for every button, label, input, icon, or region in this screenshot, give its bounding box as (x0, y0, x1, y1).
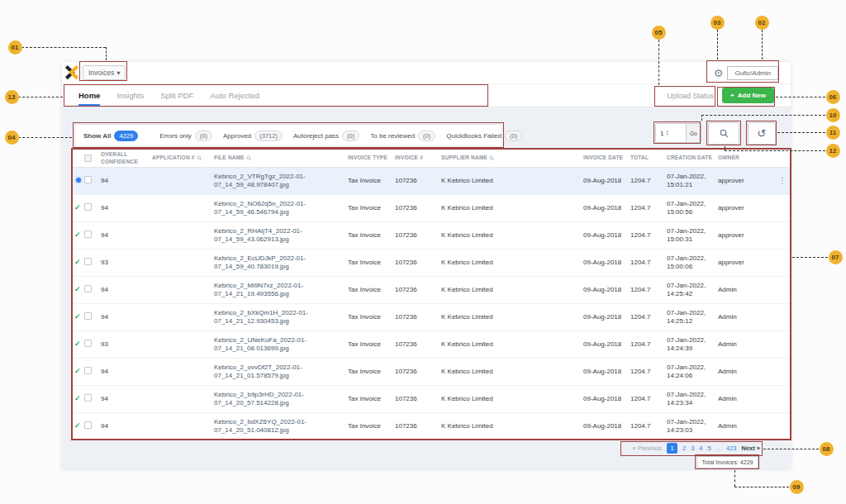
table-row[interactable]: ✓94Kebrico_2_bXkQm1H_2022-01-07_14_21_12… (73, 304, 790, 331)
tab-split-pdf[interactable]: Split PDF (160, 84, 193, 107)
cell-owner: Admin (718, 395, 790, 403)
filter-count-badge: 4229 (114, 131, 138, 141)
cell-confidence: 93 (101, 259, 152, 267)
pagination-page-1[interactable]: 1 (667, 443, 677, 454)
cell-file: Kebrico_2_NO62q5n_2022-01-07_14_59_46.54… (214, 200, 348, 217)
column-header-invoice-type[interactable]: INVOICE TYPE (348, 155, 395, 161)
callout-09: 09 (790, 480, 804, 494)
column-header-file-name[interactable]: FILE NAME (214, 155, 348, 161)
callout-connector-line (18, 137, 72, 138)
cell-invoice: 107236 (395, 422, 441, 430)
row-menu-icon[interactable]: ⋮ (778, 177, 787, 185)
column-header-total[interactable]: TOTAL (630, 155, 667, 161)
stepper-down-icon[interactable]: ▾ (666, 133, 668, 136)
cell-total: 1204.7 (630, 313, 667, 321)
pagination-page-5[interactable]: 5 (708, 445, 711, 452)
column-search-icon[interactable] (489, 155, 495, 161)
column-label: FILE NAME (214, 155, 245, 161)
filter-label: Autoreject pass (293, 132, 339, 140)
filter-to-be-reviewed[interactable]: To be reviewed(0) (370, 131, 435, 141)
filter-errors-only[interactable]: Errors only(0) (159, 131, 212, 141)
user-account-button[interactable]: Gufic/Admin (727, 66, 778, 80)
table-row[interactable]: ✓93Kebrico_2_UNeKuFa_2022-01-07_14_21_08… (73, 331, 790, 359)
row-checkbox[interactable] (84, 367, 92, 374)
row-checkbox-cell (84, 421, 101, 431)
row-checkbox[interactable] (84, 340, 92, 347)
table-row[interactable]: ✓94Kebrico_2_b9p3rHD_2022-01-07_14_20_57… (73, 386, 790, 413)
page-number-input[interactable]: 1 (656, 130, 663, 137)
column-header-application[interactable]: APPLICATION # (152, 155, 214, 161)
invoices-menu-button[interactable]: Invoices ▾ (83, 65, 126, 80)
gear-icon[interactable]: ⚙ (714, 68, 724, 78)
row-checkbox[interactable] (84, 285, 92, 292)
filter-approved[interactable]: Approved(3712) (223, 131, 283, 141)
cell-invoice: 107236 (395, 313, 441, 321)
stepper-icon[interactable]: ▴ ▾ (666, 130, 668, 136)
table-row[interactable]: ✓94Kebrico_2_NO62q5n_2022-01-07_14_59_46… (73, 195, 790, 222)
tab-insights[interactable]: Insights (116, 84, 144, 107)
filter-count-badge: (0) (342, 131, 359, 141)
row-checkbox[interactable] (84, 258, 92, 265)
cell-confidence: 93 (101, 340, 152, 349)
nav-right-group: Upload Status + Add New (668, 88, 774, 103)
column-header-invoice-date[interactable]: INVOICE DATE (583, 155, 630, 161)
callout-connector-line (777, 132, 825, 133)
table-row[interactable]: 94Kebrico_2_VTRgTgz_2022-01-07_14_59_48.… (73, 168, 790, 195)
row-checkbox[interactable] (84, 421, 92, 429)
column-search-icon[interactable] (246, 155, 252, 161)
pagination-next[interactable]: Next » (741, 445, 760, 452)
check-icon: ✓ (74, 367, 81, 375)
cell-invoice_date: 09-Aug-2018 (583, 286, 630, 294)
column-header-creation-date[interactable]: CREATION DATE (667, 155, 718, 161)
column-header-overall-confidence[interactable]: OVERALL CONFIDENCE (101, 151, 152, 164)
row-checkbox[interactable] (84, 231, 92, 238)
column-search-icon[interactable] (197, 155, 202, 161)
cell-confidence: 94 (101, 286, 152, 294)
filter-count-badge: (0) (505, 131, 522, 141)
table-row[interactable]: ✓93Kebrico_2_EcUDJkP_2022-01-07_14_59_40… (73, 250, 790, 277)
pagination-page-4[interactable]: 4 (699, 445, 702, 452)
cell-invoice: 107236 (395, 340, 441, 349)
nav-bar: HomeInsightsSplit PDFAuto Rejected Uploa… (62, 84, 791, 107)
row-checkbox[interactable] (84, 312, 92, 320)
filter-show-all[interactable]: Show All4229 (83, 131, 138, 141)
pagination-previous[interactable]: « Previous (633, 445, 662, 452)
callout-connector-line (762, 30, 763, 59)
table-row[interactable]: ✓94Kebrico_2_ovvDf2T_2022-01-07_14_21_01… (73, 359, 790, 386)
cell-total: 1204.7 (630, 422, 667, 430)
search-button[interactable] (708, 122, 739, 145)
filter-autoreject-pass[interactable]: Autoreject pass(0) (293, 131, 359, 141)
tab-home[interactable]: Home (78, 84, 100, 107)
filter-label: Show All (83, 132, 111, 140)
filter-quickbooks-failed[interactable]: QuickBooks Failed(0) (446, 131, 522, 141)
pagination-ellipsis: ... (716, 445, 721, 452)
column-header-owner[interactable]: OWNER (718, 155, 790, 161)
row-checkbox-cell (84, 203, 101, 213)
table-row[interactable]: ✓94Kebrico_2_RHAljT4_2022-01-07_14_59_43… (73, 222, 790, 250)
cell-created: 07-Jan-2022, 15:01:21 (667, 173, 718, 190)
go-button[interactable]: Go (686, 124, 701, 142)
row-approved-indicator: ✓ (73, 421, 84, 431)
pagination-page-3[interactable]: 3 (691, 445, 694, 452)
upload-status-button[interactable]: Upload Status (668, 92, 715, 100)
refresh-button[interactable]: ↺ (748, 122, 776, 145)
select-all-checkbox[interactable] (84, 155, 92, 162)
column-header-invoice[interactable]: INVOICE # (395, 155, 441, 161)
selected-dot-icon (76, 178, 81, 183)
cell-type: Tax Invoice (348, 313, 395, 321)
cell-invoice: 107236 (395, 231, 441, 240)
row-checkbox[interactable] (84, 176, 92, 183)
column-header-supplier-name[interactable]: SUPPLIER NAME (441, 155, 583, 161)
row-checkbox[interactable] (84, 203, 92, 211)
cell-invoice: 107236 (395, 259, 441, 267)
pagination-page-2[interactable]: 2 (682, 445, 686, 452)
tab-auto-rejected[interactable]: Auto Rejected (210, 84, 259, 107)
add-new-button[interactable]: + Add New (722, 88, 774, 103)
table-row[interactable]: ✓94Kebrico_2_Mi9N7xz_2022-01-07_14_21_19… (73, 277, 790, 304)
row-checkbox[interactable] (84, 394, 92, 402)
cell-type: Tax Invoice (348, 286, 395, 294)
table-row[interactable]: ✓94Kebrico_2_bdXZ6YQ_2022-01-07_14_20_51… (73, 413, 790, 440)
filter-count-badge: (3712) (254, 131, 283, 141)
pagination-page-423[interactable]: 423 (726, 445, 737, 452)
cell-invoice_date: 09-Aug-2018 (583, 422, 630, 430)
